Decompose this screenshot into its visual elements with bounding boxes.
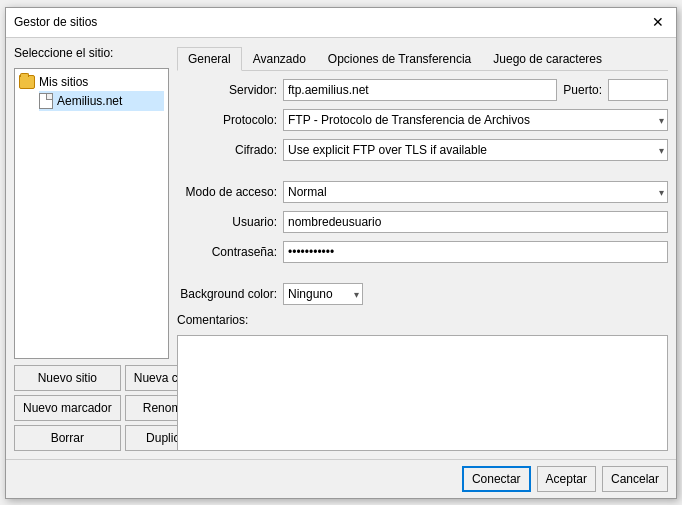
comentarios-label: Comentarios: [177,313,248,327]
cifrado-select[interactable]: Use explicit FTP over TLS if available R… [283,139,668,161]
tab-opciones-transferencia[interactable]: Opciones de Transferencia [317,47,482,71]
nuevo-sitio-button[interactable]: Nuevo sitio [14,365,121,391]
cifrado-row: Cifrado: Use explicit FTP over TLS if av… [177,139,668,161]
left-button-group: Nuevo sitio Nueva carpeta Nuevo marcador… [14,365,169,451]
servidor-input[interactable] [283,79,557,101]
tree-item-mis-sitios-label: Mis sitios [39,75,88,89]
title-bar: Gestor de sitios ✕ [6,8,676,38]
modo-acceso-select-wrapper: Normal Anónimo Pedir contraseña Interact… [283,181,668,203]
modo-acceso-select[interactable]: Normal Anónimo Pedir contraseña Interact… [283,181,668,203]
conectar-button[interactable]: Conectar [462,466,531,492]
cifrado-select-wrapper: Use explicit FTP over TLS if available R… [283,139,668,161]
borrar-button[interactable]: Borrar [14,425,121,451]
window-title: Gestor de sitios [14,15,97,29]
servidor-label: Servidor: [177,83,277,97]
tab-avanzado[interactable]: Avanzado [242,47,317,71]
servidor-row: Servidor: Puerto: [177,79,668,101]
tab-general[interactable]: General [177,47,242,71]
aceptar-button[interactable]: Aceptar [537,466,596,492]
usuario-label: Usuario: [177,215,277,229]
cancelar-button[interactable]: Cancelar [602,466,668,492]
protocolo-select[interactable]: FTP - Protocolo de Transferencia de Arch… [283,109,668,131]
site-tree: Mis sitios Aemilius.net [14,68,169,359]
tree-item-aemilius[interactable]: Aemilius.net [39,91,164,111]
usuario-row: Usuario: [177,211,668,233]
puerto-input[interactable] [608,79,668,101]
tree-item-aemilius-label: Aemilius.net [57,94,122,108]
modo-acceso-label: Modo de acceso: [177,185,277,199]
site-select-label: Seleccione el sitio: [14,46,169,60]
tree-item-mis-sitios[interactable]: Mis sitios [19,73,164,91]
protocolo-select-wrapper: FTP - Protocolo de Transferencia de Arch… [283,109,668,131]
form-area: Servidor: Puerto: Protocolo: FTP - Proto… [177,79,668,451]
comentarios-textarea[interactable] [177,335,668,451]
modo-acceso-row: Modo de acceso: Normal Anónimo Pedir con… [177,181,668,203]
right-panel: General Avanzado Opciones de Transferenc… [177,46,668,451]
usuario-input[interactable] [283,211,668,233]
bottom-bar: Conectar Aceptar Cancelar [6,459,676,498]
cifrado-label: Cifrado: [177,143,277,157]
folder-icon [19,75,35,89]
puerto-label: Puerto: [563,83,602,97]
file-icon [39,93,53,109]
close-button[interactable]: ✕ [648,12,668,32]
tab-bar: General Avanzado Opciones de Transferenc… [177,46,668,71]
tree-children: Aemilius.net [39,91,164,111]
protocolo-row: Protocolo: FTP - Protocolo de Transferen… [177,109,668,131]
protocolo-label: Protocolo: [177,113,277,127]
main-content: Seleccione el sitio: Mis sitios Aemilius… [6,38,676,459]
bg-color-select[interactable]: Ninguno Rojo Verde Azul Amarillo [283,283,363,305]
contrasena-input[interactable] [283,241,668,263]
bg-color-row: Background color: Ninguno Rojo Verde Azu… [177,283,668,305]
bg-color-select-wrapper: Ninguno Rojo Verde Azul Amarillo ▾ [283,283,363,305]
nuevo-marcador-button[interactable]: Nuevo marcador [14,395,121,421]
contrasena-row: Contraseña: [177,241,668,263]
comentarios-label-row: Comentarios: [177,313,668,327]
main-window: Gestor de sitios ✕ Seleccione el sitio: … [5,7,677,499]
tab-juego-caracteres[interactable]: Juego de caracteres [482,47,613,71]
contrasena-label: Contraseña: [177,245,277,259]
bg-color-label: Background color: [177,287,277,301]
left-panel: Seleccione el sitio: Mis sitios Aemilius… [14,46,169,451]
